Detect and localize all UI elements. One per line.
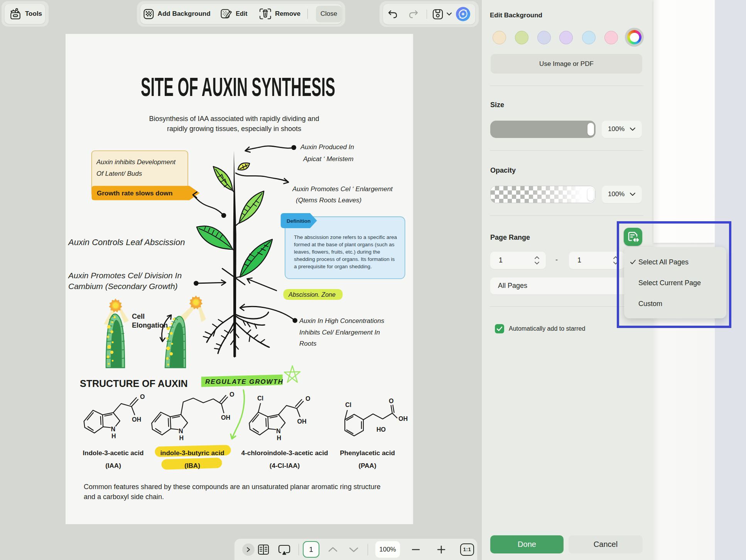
- svg-text:(IAA): (IAA): [105, 462, 121, 469]
- svg-text:Cl: Cl: [257, 395, 263, 402]
- svg-text:REGULATE GROWTH: REGULATE GROWTH: [205, 378, 284, 385]
- svg-text:Auxin Promotes Cel/ Division I: Auxin Promotes Cel/ Division In: [68, 271, 182, 280]
- svg-text:N: N: [179, 428, 183, 434]
- svg-text:HO: HO: [376, 426, 386, 433]
- svg-text:shedding process of organs. It: shedding process of organs. Its formatio…: [294, 256, 395, 262]
- svg-text:Auxin Produced In: Auxin Produced In: [300, 143, 354, 151]
- svg-text:STRUCTURE OF AUXIN: STRUCTURE OF AUXIN: [80, 378, 188, 389]
- svg-text:4-chloroindole-3-acetic acid: 4-chloroindole-3-acetic acid: [241, 449, 328, 457]
- svg-text:Auxin In High Concentrations: Auxin In High Concentrations: [299, 317, 385, 325]
- svg-text:(4-Cl-IAA): (4-Cl-IAA): [270, 462, 300, 469]
- svg-text:Abscission. Zone: Abscission. Zone: [288, 291, 336, 298]
- svg-text:Definition: Definition: [287, 218, 311, 224]
- svg-text:and a carboxyl side chain.: and a carboxyl side chain.: [84, 493, 164, 501]
- svg-text:N: N: [276, 428, 281, 434]
- svg-text:(IBA): (IBA): [184, 462, 200, 469]
- svg-text:a prerequisite for organ shedd: a prerequisite for organ shedding.: [294, 264, 372, 269]
- svg-text:Phenylacetic acid: Phenylacetic acid: [340, 449, 395, 457]
- svg-text:(PAA): (PAA): [359, 462, 376, 469]
- svg-text:The abscission zone refers to: The abscission zone refers to a specific…: [294, 234, 397, 240]
- svg-text:Cl: Cl: [345, 402, 351, 408]
- svg-text:indole-3-butyric acid: indole-3-butyric acid: [160, 449, 224, 457]
- svg-text:Auxin inhibits Development: Auxin inhibits Development: [96, 158, 176, 166]
- svg-text:O: O: [230, 391, 234, 398]
- svg-text:OH: OH: [221, 414, 230, 421]
- svg-text:Of Latent/ Buds: Of Latent/ Buds: [96, 170, 142, 177]
- svg-text:Indole-3-acetic acid: Indole-3-acetic acid: [83, 449, 144, 457]
- svg-text:O: O: [305, 395, 310, 402]
- svg-text:Inhibits Cel/ Enlargement In: Inhibits Cel/ Enlargement In: [299, 329, 380, 336]
- svg-text:Elongation: Elongation: [132, 321, 168, 329]
- svg-text:O: O: [389, 398, 393, 404]
- svg-text:Cambium (Secondary Growth): Cambium (Secondary Growth): [68, 282, 178, 291]
- svg-text:(Qtems Roots Leaves): (Qtems Roots Leaves): [296, 197, 361, 204]
- svg-text:Growth rate slows down: Growth rate slows down: [97, 190, 172, 197]
- svg-text:Common features shared by thes: Common features shared by these compound…: [84, 483, 380, 491]
- svg-text:Auxin Controls Leaf Abscission: Auxin Controls Leaf Abscission: [68, 237, 185, 247]
- svg-text:H: H: [179, 435, 184, 441]
- svg-text:Roots: Roots: [299, 340, 317, 347]
- svg-text:H: H: [277, 435, 282, 441]
- svg-text:N: N: [111, 426, 116, 432]
- svg-text:Auxin Promotes Cel ‘ Enlargeme: Auxin Promotes Cel ‘ Enlargement: [292, 185, 393, 193]
- svg-text:formed at the base of plant or: formed at the base of plant organs (such…: [294, 242, 395, 247]
- svg-text:O: O: [140, 394, 145, 400]
- svg-text:OH: OH: [132, 416, 141, 423]
- svg-text:rapidly growing tissues, espec: rapidly growing tissues, especially in s…: [167, 125, 301, 133]
- svg-text:Cell: Cell: [132, 313, 145, 320]
- svg-text:OH: OH: [297, 418, 307, 425]
- svg-text:leaves, flowers, fruits, etc.): leaves, flowers, fruits, etc.) during th…: [294, 249, 380, 255]
- svg-text:Apicat ‘ Meristem: Apicat ‘ Meristem: [303, 155, 353, 163]
- svg-text:OH: OH: [398, 415, 408, 422]
- svg-text:SITE OF AUXIN SYNTHESIS: SITE OF AUXIN SYNTHESIS: [141, 72, 335, 102]
- svg-text:H: H: [111, 433, 116, 439]
- svg-text:Biosynthesis of IAA associated: Biosynthesis of IAA associated with rapi…: [149, 115, 319, 123]
